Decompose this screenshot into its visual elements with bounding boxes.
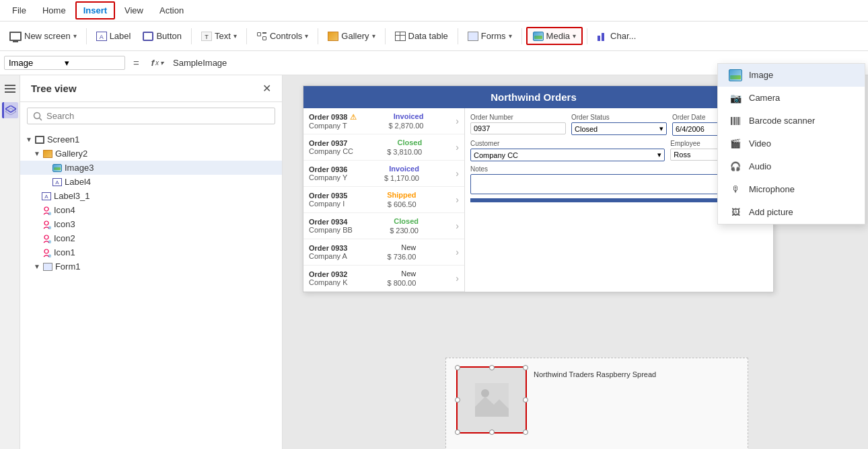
dropdown-item-audio[interactable]: 🎧 Audio: [718, 155, 865, 178]
order-status: Shipped: [387, 191, 416, 199]
order-company: Company CC: [309, 147, 353, 155]
order-chevron: ›: [456, 220, 459, 231]
order-list: Order 0938 ⚠ Company T Invoiced $ 2,870.…: [303, 108, 465, 292]
dropdown-item-image[interactable]: Image: [718, 64, 865, 87]
data-table-button[interactable]: Data table: [390, 28, 454, 44]
order-company: Company K: [309, 278, 347, 286]
customer-field: Customer Company CC ▾: [470, 140, 665, 161]
tree-item-icon4[interactable]: ▶ ⊕ Icon4: [20, 203, 282, 217]
label-button[interactable]: A Label: [91, 28, 137, 44]
media-caret: ▾: [573, 32, 576, 40]
video-icon: 🎬: [729, 138, 742, 150]
app-body: Order 0938 ⚠ Company T Invoiced $ 2,870.…: [303, 108, 773, 292]
forms-caret: ▾: [509, 32, 512, 40]
order-item-0935[interactable]: Order 0935 Company I Shipped $ 606.50 ›: [303, 187, 464, 213]
order-status-field: Order Status Closed ▾: [571, 114, 667, 136]
new-screen-button[interactable]: New screen ▾: [4, 28, 82, 44]
toolbar-sep-3: [246, 28, 247, 44]
dropdown-camera-label: Camera: [749, 93, 780, 103]
menu-file[interactable]: File: [5, 3, 33, 18]
data-table-label: Data table: [408, 31, 448, 41]
tree-item-form1[interactable]: ▼ Form1: [20, 259, 282, 274]
tree-item-icon1[interactable]: ▶ ⊕ Icon1: [20, 245, 282, 259]
order-number-field: Order Number 0937: [470, 114, 566, 136]
order-item-0932[interactable]: Order 0932 Company K New $ 800.00 ›: [303, 266, 464, 292]
order-chevron: ›: [456, 273, 459, 284]
text-button[interactable]: T Text ▾: [196, 28, 242, 44]
order-amount: $ 606.50: [388, 200, 417, 208]
tree-panel: Tree view ✕ ▼ Screen1 ▼ Gallery2: [20, 75, 283, 449]
order-item-0936[interactable]: Order 0936 Company Y Invoiced $ 1,170.00…: [303, 161, 464, 187]
svg-marker-10: [5, 108, 16, 115]
tree-label-icon2: Icon2: [54, 233, 75, 243]
chart-button[interactable]: Char...: [591, 28, 641, 44]
dropdown-image-label: Image: [749, 70, 773, 80]
tree-item-screen1[interactable]: ▼ Screen1: [20, 132, 282, 147]
menu-action[interactable]: Action: [153, 3, 190, 18]
order-company: Company Y: [309, 173, 347, 181]
order-num: Order 0938 ⚠: [309, 113, 357, 122]
image-placeholder[interactable]: [456, 366, 527, 434]
order-company: Company T: [309, 122, 357, 130]
label-icon: A: [52, 178, 62, 186]
order-num: Order 0933: [309, 244, 347, 252]
tree-item-label4[interactable]: ▶ A Label4: [20, 175, 282, 189]
tree-search-box[interactable]: [27, 108, 275, 124]
media-button[interactable]: Media ▾: [526, 27, 583, 45]
customer-select[interactable]: Company CC ▾: [470, 149, 665, 161]
side-icon-menu[interactable]: [2, 81, 18, 97]
toolbar-sep-8: [587, 28, 587, 44]
order-item-0933[interactable]: Order 0933 Company A New $ 736.00 ›: [303, 239, 464, 266]
order-num: Order 0936: [309, 165, 347, 173]
formula-selector[interactable]: Image ▾: [4, 56, 125, 70]
tree-label-icon3: Icon3: [54, 219, 75, 229]
forms-button[interactable]: Forms ▾: [462, 28, 517, 44]
dropdown-video-label: Video: [749, 138, 771, 149]
tree-close-button[interactable]: ✕: [262, 82, 271, 95]
chart-icon: [597, 32, 608, 41]
camera-icon: 📷: [729, 92, 742, 104]
tree-item-gallery2[interactable]: ▼ Gallery2: [20, 147, 282, 161]
order-status: New: [401, 270, 416, 278]
tree-label-label4: Label4: [65, 177, 91, 187]
menu-insert[interactable]: Insert: [75, 1, 115, 19]
dropdown-item-camera[interactable]: 📷 Camera: [718, 87, 865, 110]
side-icon-layers[interactable]: [2, 102, 18, 118]
dropdown-item-barcode[interactable]: Barcode scanner: [718, 110, 865, 132]
button-label: Button: [156, 31, 182, 41]
tree-label-form1: Form1: [55, 261, 81, 272]
new-screen-caret: ▾: [73, 32, 77, 40]
menu-home[interactable]: Home: [36, 3, 73, 18]
text-label: Text: [215, 31, 231, 41]
svg-rect-1: [733, 117, 733, 125]
icon1-icon: ⊕: [42, 248, 51, 257]
forms-icon: [468, 32, 478, 41]
order-status: Invoiced: [389, 165, 419, 173]
toolbar-sep-7: [521, 28, 522, 44]
order-status: Closed: [394, 217, 419, 225]
dropdown-microphone-label: Microphone: [749, 184, 795, 194]
tree-search-input[interactable]: [46, 111, 269, 121]
tree-item-label3-1[interactable]: ▶ A Label3_1: [20, 189, 282, 203]
gallery-button[interactable]: Gallery ▾: [322, 28, 380, 44]
button-button[interactable]: Button: [137, 28, 187, 44]
tree-item-icon3[interactable]: ▶ ⊕ Icon3: [20, 217, 282, 231]
media-dropdown: Image 📷 Camera Barcode scanner 🎬 Video 🎧…: [717, 63, 865, 225]
order-item-0938[interactable]: Order 0938 ⚠ Company T Invoiced $ 2,870.…: [303, 108, 464, 134]
order-item-0937[interactable]: Order 0937 Company CC Closed $ 3,810.00 …: [303, 134, 464, 161]
order-item-0934[interactable]: Order 0934 Company BB Closed $ 230.00 ›: [303, 213, 464, 239]
controls-button[interactable]: Controls ▾: [251, 28, 314, 44]
dropdown-item-video[interactable]: 🎬 Video: [718, 132, 865, 155]
text-icon: T: [201, 32, 212, 41]
tree-item-icon2[interactable]: ▶ ⊕ Icon2: [20, 231, 282, 245]
dropdown-item-microphone[interactable]: 🎙 Microphone: [718, 178, 865, 201]
order-status-select[interactable]: Closed ▾: [571, 122, 667, 135]
formula-selector-value: Image: [9, 58, 65, 68]
order-amount: $ 2,870.00: [388, 122, 423, 130]
dropdown-item-add-picture[interactable]: 🖼 Add picture: [718, 201, 865, 224]
tree-item-image3[interactable]: ▶ Image3: [20, 161, 282, 175]
formula-eq-symbol: =: [128, 57, 145, 69]
formula-fx-button[interactable]: f x ▾: [147, 58, 168, 68]
menu-view[interactable]: View: [118, 3, 150, 18]
search-icon: [33, 112, 42, 121]
